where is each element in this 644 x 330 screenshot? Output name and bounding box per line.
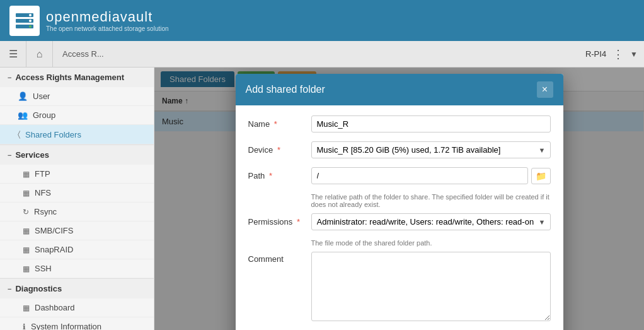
snapraid-icon: ▦ xyxy=(23,245,30,254)
name-input[interactable] xyxy=(311,115,551,133)
comment-textarea[interactable] xyxy=(311,252,551,321)
sidebar-item-label-group: Group xyxy=(33,110,55,120)
sidebar-item-rsync[interactable]: ↻ Rsync xyxy=(0,203,154,221)
chevron-icon: − xyxy=(8,74,11,81)
sidebar-item-label-shared-folders: Shared Folders xyxy=(25,130,81,139)
sidebar-item-nfs[interactable]: ▦ NFS xyxy=(0,184,154,203)
nav-chevron-icon[interactable]: ▼ xyxy=(630,50,638,59)
dashboard-icon: ▦ xyxy=(23,303,30,312)
home-button[interactable]: ⌂ xyxy=(26,41,53,67)
sidebar-section-header-services[interactable]: − Services xyxy=(0,145,154,165)
comment-label: Comment xyxy=(248,252,311,264)
sidebar-section-header-access-rights[interactable]: − Access Rights Management xyxy=(0,68,154,87)
toggle-icon: ☰ xyxy=(9,48,18,60)
breadcrumb-text: Access R... xyxy=(62,49,104,59)
modal-body: Name * Device * Music_R [85.20 GiB (5%) … xyxy=(236,105,563,330)
ftp-icon: ▦ xyxy=(23,170,30,179)
hostname-label: R-PI4 xyxy=(585,49,606,59)
home-icon: ⌂ xyxy=(37,49,43,60)
permissions-label: Permissions * xyxy=(248,213,311,227)
top-nav: ☰ ⌂ Access R... R-PI4 ⋮ ▼ xyxy=(0,41,644,68)
user-icon: 👤 xyxy=(18,91,28,101)
modal-header: Add shared folder × xyxy=(236,74,563,105)
logo-box: openmediavault The open network attached… xyxy=(9,6,169,36)
sidebar-item-label-user: User xyxy=(33,91,50,101)
name-field-group: Name * xyxy=(248,115,551,133)
path-field-group: Path * 📁 xyxy=(248,167,551,184)
modal-close-button[interactable]: × xyxy=(537,81,553,98)
sidebar-section-access-rights: − Access Rights Management 👤 User 👥 Grou… xyxy=(0,68,154,145)
system-info-icon: ℹ xyxy=(23,322,26,331)
folder-icon: 📁 xyxy=(536,171,546,181)
permissions-help-text: The file mode of the shared folder path. xyxy=(311,239,551,247)
sidebar-item-label-snapraid: SnapRAID xyxy=(35,245,73,254)
sidebar-section-services: − Services ▦ FTP ▦ NFS ↻ Rsync ▦ SMB/CIF… xyxy=(0,145,154,279)
nfs-icon: ▦ xyxy=(23,189,30,197)
logo-title: openmediavault xyxy=(46,9,169,25)
ssh-icon: ▦ xyxy=(23,264,30,273)
path-input[interactable] xyxy=(311,167,528,184)
sidebar-item-label-ssh: SSH xyxy=(35,264,52,273)
sidebar-item-snapraid[interactable]: ▦ SnapRAID xyxy=(0,240,154,259)
chevron-services-icon: − xyxy=(8,151,11,159)
path-input-wrapper: 📁 xyxy=(311,167,551,184)
modal-overlay: Add shared folder × Name * xyxy=(154,68,644,330)
permissions-select-wrapper: Administrator: read/write, Users: read/w… xyxy=(311,213,551,230)
main-layout: − Access Rights Management 👤 User 👥 Grou… xyxy=(0,68,644,330)
sidebar: − Access Rights Management 👤 User 👥 Grou… xyxy=(0,68,154,330)
top-nav-right: R-PI4 ⋮ ▼ xyxy=(579,41,644,67)
shared-folders-icon: 〈 xyxy=(18,129,20,139)
sidebar-item-dashboard[interactable]: ▦ Dashboard xyxy=(0,298,154,317)
sidebar-section-label-services: Services xyxy=(15,150,49,160)
sidebar-section-diagnostics: − Diagnostics ▦ Dashboard ℹ System Infor… xyxy=(0,279,154,330)
sidebar-item-ftp[interactable]: ▦ FTP xyxy=(0,165,154,184)
sidebar-item-label-smb: SMB/CIFS xyxy=(35,226,73,235)
permissions-field-group: Permissions * Administrator: read/write,… xyxy=(248,213,551,230)
sidebar-item-label-rsync: Rsync xyxy=(34,207,57,216)
device-required: * xyxy=(277,145,280,155)
sidebar-item-system-info[interactable]: ℹ System Information xyxy=(0,317,154,330)
svg-point-4 xyxy=(29,20,32,22)
rsync-icon: ↻ xyxy=(23,208,29,216)
add-shared-folder-modal: Add shared folder × Name * xyxy=(236,74,563,330)
sidebar-item-label-dashboard: Dashboard xyxy=(35,303,75,312)
sidebar-section-label-diagnostics: Diagnostics xyxy=(15,284,62,293)
sidebar-item-ssh[interactable]: ▦ SSH xyxy=(0,259,154,278)
path-help-text: The relative path of the folder to share… xyxy=(311,193,551,208)
chevron-diagnostics-icon: − xyxy=(8,285,11,293)
svg-point-3 xyxy=(29,14,32,16)
breadcrumb: Access R... xyxy=(53,41,113,67)
sidebar-item-label-nfs: NFS xyxy=(35,188,51,197)
device-select[interactable]: Music_R [85.20 GiB (5%) used, 1.72 TiB a… xyxy=(311,141,551,158)
sidebar-item-user[interactable]: 👤 User xyxy=(0,87,154,106)
device-select-wrapper: Music_R [85.20 GiB (5%) used, 1.72 TiB a… xyxy=(311,141,551,158)
sidebar-item-label-system-info: System Information xyxy=(31,322,101,330)
header: openmediavault The open network attached… xyxy=(0,0,644,41)
sidebar-section-header-diagnostics[interactable]: − Diagnostics xyxy=(0,279,154,298)
sidebar-item-group[interactable]: 👥 Group xyxy=(0,106,154,125)
device-field-group: Device * Music_R [85.20 GiB (5%) used, 1… xyxy=(248,141,551,158)
group-icon: 👥 xyxy=(18,110,28,120)
permissions-required: * xyxy=(297,217,300,227)
name-label: Name * xyxy=(248,115,311,129)
path-label: Path * xyxy=(248,167,311,180)
modal-title: Add shared folder xyxy=(246,84,325,95)
permissions-select[interactable]: Administrator: read/write, Users: read/w… xyxy=(311,213,551,230)
name-required: * xyxy=(274,119,277,129)
svg-point-5 xyxy=(29,25,32,28)
comment-field-group: Comment xyxy=(248,252,551,321)
path-browse-button[interactable]: 📁 xyxy=(531,168,551,184)
logo-icon xyxy=(9,6,40,36)
logo-subtitle: The open network attached storage soluti… xyxy=(46,25,169,32)
logo-text: openmediavault The open network attached… xyxy=(46,9,169,32)
path-required: * xyxy=(269,171,272,180)
sidebar-toggle-button[interactable]: ☰ xyxy=(0,41,26,67)
sidebar-item-shared-folders[interactable]: 〈 Shared Folders xyxy=(0,125,154,144)
sidebar-section-label-access-rights: Access Rights Management xyxy=(15,73,124,82)
device-label: Device * xyxy=(248,141,311,155)
sidebar-item-smb[interactable]: ▦ SMB/CIFS xyxy=(0,221,154,240)
content-area: Shared Folders + Add ✎ Edit Name ↑ D... xyxy=(154,68,644,330)
more-options-button[interactable]: ⋮ xyxy=(609,47,627,61)
smb-icon: ▦ xyxy=(23,227,30,235)
sidebar-item-label-ftp: FTP xyxy=(35,169,50,179)
